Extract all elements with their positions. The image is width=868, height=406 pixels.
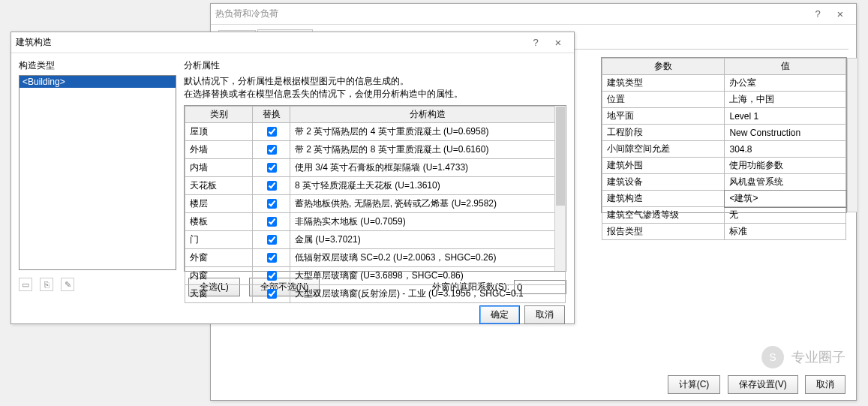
- param-value[interactable]: New Construction: [725, 125, 846, 141]
- replace-checkbox-cell[interactable]: [253, 284, 290, 302]
- param-value[interactable]: 风机盘管系统: [725, 174, 846, 191]
- param-key: 位置: [602, 92, 725, 108]
- param-row[interactable]: 建筑构造<建筑>: [602, 191, 846, 207]
- category-cell: 门: [185, 230, 253, 248]
- param-key: 报告类型: [602, 224, 725, 240]
- construction-type-tree[interactable]: <Building>: [19, 75, 176, 270]
- analysis-detail-cell[interactable]: 蓄热地板供热, 无隔热层, 瓷砖或乙烯基 (U=2.9582): [290, 194, 566, 212]
- params-scrollbar[interactable]: [847, 58, 858, 212]
- building-construction-dialog: 建筑构造 ? × 构造类型 <Building> ▭ ⎘ ✎ 分析属性 默认情况…: [11, 32, 575, 324]
- param-row[interactable]: 报告类型标准: [602, 224, 846, 240]
- construction-left-column: 构造类型 <Building> ▭ ⎘ ✎: [19, 59, 176, 296]
- loads-titlebar: 热负荷和冷负荷 ? ×: [211, 4, 856, 25]
- analysis-detail-cell[interactable]: 大型单层玻璃窗 (U=3.6898，SHGC=0.86): [290, 266, 566, 284]
- replace-checkbox[interactable]: [267, 163, 277, 173]
- replace-checkbox-cell[interactable]: [253, 122, 290, 140]
- calculate-button[interactable]: 计算(C): [668, 375, 721, 394]
- close-button[interactable]: ×: [829, 8, 851, 20]
- watermark-text: 专业圈子: [791, 348, 845, 366]
- tree-node-building[interactable]: <Building>: [20, 76, 176, 88]
- analysis-row: 天窗大型双层玻璃窗(反射涂层) - 工业 (U=3.1956，SHGC=0.1: [185, 284, 566, 302]
- help-button[interactable]: ?: [806, 8, 829, 20]
- replace-checkbox[interactable]: [267, 235, 277, 245]
- construction-right-column: 分析属性 默认情况下，分析属性是根据模型图元中的信息生成的。 在选择替换或者在模…: [184, 59, 566, 296]
- param-row[interactable]: 建筑类型办公室: [602, 75, 846, 92]
- analysis-table-wrap: 类别 替换 分析构造 屋顶带 2 英寸隔热层的 4 英寸重质混凝土 (U=0.6…: [184, 105, 566, 272]
- analysis-header-row: 类别 替换 分析构造: [185, 106, 566, 122]
- replace-checkbox[interactable]: [267, 199, 277, 209]
- save-settings-button[interactable]: 保存设置(V): [728, 375, 798, 394]
- analysis-detail-cell[interactable]: 大型双层玻璃窗(反射涂层) - 工业 (U=3.1956，SHGC=0.1: [290, 284, 566, 302]
- replace-header: 替换: [253, 106, 290, 122]
- analysis-detail-cell[interactable]: 带 2 英寸隔热层的 8 英寸重质混凝土 (U=0.6160): [290, 140, 566, 158]
- param-row[interactable]: 地平面Level 1: [602, 108, 846, 125]
- category-header: 类别: [185, 106, 253, 122]
- analysis-detail-cell[interactable]: 带 2 英寸隔热层的 4 英寸重质混凝土 (U=0.6958): [290, 122, 566, 140]
- param-value[interactable]: 使用功能参数: [725, 158, 846, 174]
- replace-checkbox-cell[interactable]: [253, 266, 290, 284]
- param-row[interactable]: 小间隙空间允差304.8: [602, 141, 846, 158]
- replace-checkbox[interactable]: [267, 289, 277, 299]
- replace-checkbox[interactable]: [267, 217, 277, 227]
- replace-checkbox[interactable]: [267, 271, 277, 281]
- loads-cancel-button[interactable]: 取消: [805, 375, 845, 394]
- close-button[interactable]: ×: [547, 36, 569, 49]
- replace-checkbox-cell[interactable]: [253, 212, 290, 230]
- analysis-row: 外墙带 2 英寸隔热层的 8 英寸重质混凝土 (U=0.6160): [185, 140, 566, 158]
- replace-checkbox-cell[interactable]: [253, 158, 290, 176]
- param-key: 工程阶段: [602, 125, 725, 141]
- category-cell: 楼板: [185, 212, 253, 230]
- param-key: 地平面: [602, 108, 725, 125]
- analysis-detail-cell[interactable]: 非隔热实木地板 (U=0.7059): [290, 212, 566, 230]
- param-key: 建筑外围: [602, 158, 725, 174]
- desc-line1: 默认情况下，分析属性是根据模型图元中的信息生成的。: [184, 76, 409, 86]
- replace-checkbox-cell[interactable]: [253, 194, 290, 212]
- param-row[interactable]: 建筑设备风机盘管系统: [602, 174, 846, 191]
- desc-line2: 在选择替换或者在模型信息丢失的情况下，会使用分析构造中的属性。: [184, 89, 463, 99]
- scrollbar-thumb[interactable]: [556, 107, 565, 206]
- param-key: 建筑构造: [602, 191, 725, 207]
- param-value[interactable]: 上海，中国: [725, 92, 846, 108]
- param-value[interactable]: 304.8: [725, 141, 846, 158]
- param-value[interactable]: Level 1: [725, 108, 846, 125]
- replace-checkbox-cell[interactable]: [253, 248, 290, 266]
- param-header: 参数: [602, 59, 725, 75]
- category-cell: 屋顶: [185, 122, 253, 140]
- param-row[interactable]: 建筑空气渗透等级无: [602, 207, 846, 224]
- cancel-button[interactable]: 取消: [524, 305, 565, 324]
- category-cell: 外窗: [185, 248, 253, 266]
- replace-checkbox[interactable]: [267, 145, 277, 155]
- new-icon[interactable]: ▭: [19, 278, 32, 291]
- watermark-icon: S: [761, 346, 784, 368]
- loads-button-bar: 计算(C) 保存设置(V) 取消: [663, 375, 845, 394]
- analysis-row: 内墙使用 3/4 英寸石膏板的框架隔墙 (U=1.4733): [185, 158, 566, 176]
- category-cell: 内墙: [185, 158, 253, 176]
- param-row[interactable]: 工程阶段New Construction: [602, 125, 846, 141]
- param-row[interactable]: 建筑外围使用功能参数: [602, 158, 846, 174]
- analysis-detail-cell[interactable]: 低辐射双层玻璃 SC=0.2 (U=2.0063，SHGC=0.26): [290, 248, 566, 266]
- param-value[interactable]: 标准: [725, 224, 846, 240]
- replace-checkbox[interactable]: [267, 253, 277, 263]
- analysis-detail-cell[interactable]: 8 英寸轻质混凝土天花板 (U=1.3610): [290, 176, 566, 194]
- param-value[interactable]: <建筑>: [725, 191, 846, 207]
- analysis-detail-cell[interactable]: 金属 (U=3.7021): [290, 230, 566, 248]
- param-value[interactable]: 办公室: [725, 75, 846, 92]
- analysis-scrollbar[interactable]: [554, 106, 566, 271]
- help-button[interactable]: ?: [524, 37, 547, 48]
- replace-checkbox-cell[interactable]: [253, 140, 290, 158]
- analysis-detail-cell[interactable]: 使用 3/4 英寸石膏板的框架隔墙 (U=1.4733): [290, 158, 566, 176]
- param-key: 小间隙空间允差: [602, 141, 725, 158]
- replace-checkbox-cell[interactable]: [253, 176, 290, 194]
- replace-checkbox[interactable]: [267, 181, 277, 191]
- param-row[interactable]: 位置上海，中国: [602, 92, 846, 108]
- ok-button[interactable]: 确定: [479, 305, 520, 324]
- analysis-construction-header: 分析构造: [290, 106, 566, 122]
- rename-icon[interactable]: ✎: [61, 278, 74, 291]
- construction-titlebar: 建筑构造 ? ×: [11, 32, 574, 53]
- value-header: 值: [725, 59, 846, 75]
- copy-icon[interactable]: ⎘: [40, 278, 53, 291]
- replace-checkbox-cell[interactable]: [253, 230, 290, 248]
- param-value[interactable]: 无: [725, 207, 846, 224]
- analysis-row: 楼板非隔热实木地板 (U=0.7059): [185, 212, 566, 230]
- replace-checkbox[interactable]: [267, 127, 277, 137]
